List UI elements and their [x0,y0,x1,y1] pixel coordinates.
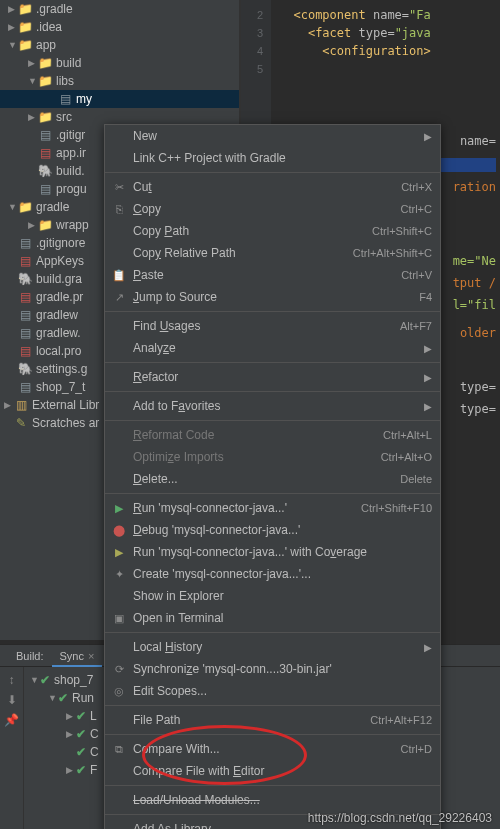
check-icon: ✔ [76,725,86,743]
menu-item-label: Copy Relative Path [133,246,345,260]
menu-shortcut: Ctrl+Shift+C [364,225,432,237]
tree-item-label: build. [56,162,85,180]
menu-icon: ▶ [111,546,127,559]
menu-item-synchronize-mysql-conn-30-bin-jar[interactable]: ⟳Synchronize 'mysql-conn....30-bin.jar' [105,658,440,680]
folder-icon: 📁 [38,216,52,234]
lib-ic-icon: ▥ [14,396,28,414]
build-tab-sync[interactable]: Sync× [52,645,103,667]
menu-item-copy-relative-path[interactable]: Copy Relative PathCtrl+Alt+Shift+C [105,242,440,264]
tree-item-label: Scratches ar [32,414,99,432]
menu-item-delete[interactable]: Delete...Delete [105,468,440,490]
menu-item-label: Copy [133,202,393,216]
build-toolbar-button[interactable]: ⬇ [0,693,23,713]
menu-item-find-usages[interactable]: Find UsagesAlt+F7 [105,315,440,337]
tree-item--idea[interactable]: ▶📁.idea [0,18,239,36]
file-icon: ▤ [18,306,32,324]
menu-item-analyze[interactable]: Analyze▶ [105,337,440,359]
menu-separator [105,172,440,173]
close-icon[interactable]: × [88,650,94,662]
menu-item-new[interactable]: New▶ [105,125,440,147]
menu-item-label: Synchronize 'mysql-conn....30-bin.jar' [133,662,432,676]
menu-item-add-to-favorites[interactable]: Add to Favorites▶ [105,395,440,417]
tree-item-label: gradle.pr [36,288,83,306]
tree-item-my[interactable]: ▤my [0,90,239,108]
tree-item-label: progu [56,180,87,198]
menu-separator [105,785,440,786]
menu-item-reformat-code: Reformat CodeCtrl+Alt+L [105,424,440,446]
prop-icon: ▤ [18,288,32,306]
menu-separator [105,311,440,312]
menu-item-label: Debug 'mysql-connector-java...' [133,523,432,537]
menu-shortcut: Ctrl+Alt+F12 [362,714,432,726]
tree-item--gradle[interactable]: ▶📁.gradle [0,0,239,18]
submenu-indicator-icon: ▶ [424,343,432,354]
menu-item-jump-to-source[interactable]: ↗Jump to SourceF4 [105,286,440,308]
menu-item-compare-file-with-editor[interactable]: Compare File with Editor [105,760,440,782]
menu-item-label: Copy Path [133,224,364,238]
file-icon: ▤ [38,180,52,198]
menu-item-create-mysql-connector-java[interactable]: ✦Create 'mysql-connector-java...'... [105,563,440,585]
tree-item-label: gradlew [36,306,78,324]
tree-item-label: shop_7_t [36,378,85,396]
menu-separator [105,493,440,494]
menu-item-copy-path[interactable]: Copy PathCtrl+Shift+C [105,220,440,242]
folder-o-icon: 📁 [18,0,32,18]
menu-icon: ⬤ [111,524,127,537]
menu-separator [105,705,440,706]
build-label: Build: [8,645,52,667]
menu-shortcut: Ctrl+V [393,269,432,281]
tree-item-label: build [56,54,81,72]
file-icon: ▤ [58,90,72,108]
menu-item-run-mysql-connector-java[interactable]: ▶Run 'mysql-connector-java...'Ctrl+Shift… [105,497,440,519]
tree-item-libs[interactable]: ▼📁libs [0,72,239,90]
folder-icon: 📁 [38,108,52,126]
scr-ic-icon: ✎ [14,414,28,432]
menu-item-paste[interactable]: 📋PasteCtrl+V [105,264,440,286]
menu-item-link-c-project-with-gradle[interactable]: Link C++ Project with Gradle [105,147,440,169]
editor-code[interactable]: <component name="Fa <facet type="java <c… [279,6,431,60]
menu-separator [105,632,440,633]
menu-item-label: Run 'mysql-connector-java...' with Cover… [133,545,432,559]
menu-shortcut: Ctrl+D [393,743,432,755]
check-icon: ✔ [40,671,50,689]
menu-item-label: Local History [133,640,424,654]
build-tree-label: F [90,761,97,779]
menu-shortcut: Ctrl+C [393,203,432,215]
folder-icon: 📁 [38,54,52,72]
tree-item-label: .idea [36,18,62,36]
menu-item-open-in-terminal[interactable]: ▣Open in Terminal [105,607,440,629]
menu-item-file-path[interactable]: File PathCtrl+Alt+F12 [105,709,440,731]
tree-item-label: app.ir [56,144,86,162]
menu-item-cut[interactable]: ✂CutCtrl+X [105,176,440,198]
menu-item-label: Optimize Imports [133,450,373,464]
menu-item-copy[interactable]: ⎘CopyCtrl+C [105,198,440,220]
menu-item-compare-with[interactable]: ⧉Compare With...Ctrl+D [105,738,440,760]
menu-icon: ▣ [111,612,127,625]
submenu-indicator-icon: ▶ [424,372,432,383]
folder-icon: 📁 [18,198,32,216]
menu-icon: ✂ [111,181,127,194]
menu-item-refactor[interactable]: Refactor▶ [105,366,440,388]
tree-item-label: .gitigr [56,126,85,144]
tree-item-build[interactable]: ▶📁build [0,54,239,72]
menu-item-edit-scopes[interactable]: ◎Edit Scopes... [105,680,440,702]
tree-item-label: .gitignore [36,234,85,252]
file-icon: ▤ [18,378,32,396]
menu-item-load-unload-modules[interactable]: Load/Unload Modules... [105,789,440,811]
menu-item-label: Find Usages [133,319,392,333]
build-toolbar-button[interactable]: ↕ [0,673,23,693]
menu-item-optimize-imports: Optimize ImportsCtrl+Alt+O [105,446,440,468]
tree-item-label: gradle [36,198,69,216]
menu-item-local-history[interactable]: Local History▶ [105,636,440,658]
build-toolbar-button[interactable]: 📌 [0,713,23,733]
build-toolbar[interactable]: ↕⬇📌 [0,667,24,829]
watermark: https://blog.csdn.net/qq_29226403 [308,811,492,825]
menu-item-debug-mysql-connector-java[interactable]: ⬤Debug 'mysql-connector-java...' [105,519,440,541]
menu-item-label: Run 'mysql-connector-java...' [133,501,353,515]
tree-item-label: local.pro [36,342,81,360]
menu-item-show-in-explorer[interactable]: Show in Explorer [105,585,440,607]
tree-item-app[interactable]: ▼📁app [0,36,239,54]
menu-shortcut: Alt+F7 [392,320,432,332]
menu-item-label: Refactor [133,370,424,384]
menu-item-run-mysql-connector-java-with-coverage[interactable]: ▶Run 'mysql-connector-java...' with Cove… [105,541,440,563]
